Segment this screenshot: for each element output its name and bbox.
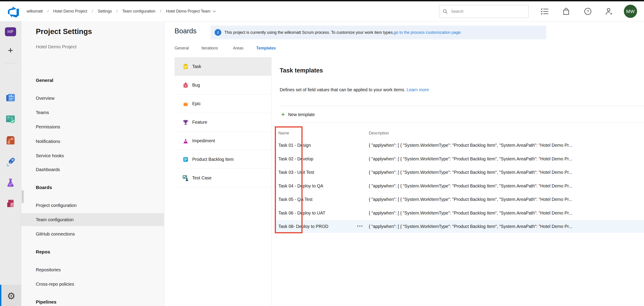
banner-text: This project is currently using the wilk… (224, 30, 394, 35)
template-row-description: { "applywhen": [ { "System.WorkItemType"… (369, 197, 642, 202)
sidebar-item-permissions[interactable]: Permissions (21, 120, 164, 133)
add-project-icon[interactable]: + (0, 46, 21, 55)
test-plans-nav-icon[interactable] (0, 178, 21, 188)
divider (280, 122, 644, 122)
product-rail: HP + (0, 21, 21, 306)
plus-icon: + (281, 111, 285, 118)
help-icon[interactable]: ? (584, 8, 592, 16)
work-item-type-impediment[interactable]: Impediment (174, 132, 271, 150)
row-context-menu-icon[interactable]: ••• (357, 224, 363, 228)
template-row-description: { "applywhen": [ { "System.WorkItemType"… (369, 210, 642, 216)
template-row-description: { "applywhen": [ { "System.WorkItemType"… (369, 224, 642, 229)
breadcrumb-settings[interactable]: Settings (98, 9, 112, 14)
work-item-type-task[interactable]: Task (174, 57, 271, 76)
section-general: General (36, 78, 53, 83)
gear-icon: ⚙ (7, 290, 16, 302)
new-template-button[interactable]: + New template (281, 110, 315, 119)
template-row-name[interactable]: Task 05 - QA Test (278, 197, 312, 202)
column-header-description[interactable]: Description (369, 131, 389, 136)
tab-general[interactable]: General (174, 46, 189, 50)
sidebar-item-overview[interactable]: Overview (21, 92, 164, 105)
pipelines-nav-icon[interactable] (0, 156, 21, 167)
sidebar-item-team-configuration[interactable]: Team configuration (21, 213, 164, 226)
overview-nav-icon[interactable] (0, 93, 21, 103)
sidebar-item-notifications[interactable]: Notifications (21, 135, 164, 148)
azure-devops-logo[interactable] (7, 6, 20, 18)
artifacts-nav-icon[interactable] (0, 199, 21, 209)
sidebar-scrollbar-thumb[interactable] (22, 190, 24, 203)
process-info-banner: i This project is currently using the wi… (210, 26, 546, 39)
template-row-name[interactable]: Task 03 - Unit Test (278, 170, 314, 175)
template-row-name[interactable]: Task 01 - Design (278, 143, 311, 148)
work-item-type-feature[interactable]: Feature (174, 113, 271, 132)
section-repos: Repos (36, 249, 50, 254)
sidebar-item-teams[interactable]: Teams (21, 106, 164, 119)
template-row-description: { "applywhen": [ { "System.WorkItemType"… (369, 143, 642, 148)
breadcrumb-separator: / (92, 9, 93, 14)
chevron-down-icon[interactable] (212, 9, 216, 14)
repos-nav-icon[interactable] (0, 135, 21, 146)
tab-areas[interactable]: Areas (233, 46, 244, 50)
breadcrumb-project[interactable]: Hotel Demo Project (53, 9, 87, 14)
sidebar-project-name: Hotel Demo Project (36, 44, 76, 50)
epic-crown-icon (182, 101, 189, 107)
search-icon (442, 9, 448, 14)
page-title: Boards (174, 27, 196, 35)
learn-more-link[interactable]: Learn more (406, 87, 429, 92)
settings-sidebar: Project Settings Hotel Demo Project Gene… (21, 21, 164, 306)
bug-icon (182, 82, 189, 88)
templates-title: Task templates (280, 67, 323, 74)
sidebar-item-project-configuration[interactable]: Project configuration (21, 199, 164, 212)
feature-trophy-icon (182, 119, 189, 125)
tab-iterations[interactable]: Iterations (202, 46, 218, 50)
product-backlog-item-icon (182, 156, 189, 162)
breadcrumb-separator: / (160, 9, 161, 14)
search-box[interactable] (439, 5, 528, 18)
sidebar-item-cross-repo-policies[interactable]: Cross-repo policies (21, 278, 164, 290)
template-row-description: { "applywhen": [ { "System.WorkItemType"… (369, 170, 642, 175)
sidebar-item-github-connections[interactable]: GitHub connections (21, 228, 164, 240)
breadcrumb-team-configuration[interactable]: Team configuration (122, 9, 156, 14)
template-row-name[interactable]: Task 02 - Develop (278, 156, 313, 162)
panel-divider (271, 57, 272, 306)
template-row-description: { "applywhen": [ { "System.WorkItemType"… (369, 156, 642, 162)
impediment-cone-icon (182, 138, 189, 144)
test-case-icon (182, 175, 189, 181)
task-icon (182, 64, 189, 70)
annotation-red-box (275, 126, 302, 233)
divider (280, 106, 644, 106)
template-row-name[interactable]: Task 06 - Deploy to UAT (278, 210, 325, 216)
section-boards: Boards (36, 185, 52, 190)
column-header-name[interactable]: Name (278, 131, 289, 136)
sidebar-item-repositories[interactable]: Repositories (21, 263, 164, 276)
svg-text:?: ? (587, 9, 589, 14)
breadcrumb-org[interactable]: wilksmatt (27, 9, 43, 14)
sidebar-item-dashboards[interactable]: Dashboards (21, 163, 164, 176)
template-row-name[interactable]: Task 04 - Deploy to QA (278, 184, 323, 188)
work-item-type-list: Task Bug (174, 57, 271, 187)
work-item-type-product-backlog-item[interactable]: Product Backlog Item (174, 150, 271, 169)
info-icon: i (214, 29, 221, 36)
avatar[interactable]: MW (624, 5, 637, 18)
work-items-list-icon[interactable] (540, 8, 549, 16)
process-customization-link[interactable]: go to the process customization page. (394, 30, 462, 35)
azure-devops-project-settings: wilksmatt / Hotel Demo Project / Setting… (0, 0, 644, 306)
marketplace-bag-icon[interactable] (562, 8, 570, 16)
breadcrumb: wilksmatt / Hotel Demo Project / Setting… (27, 1, 216, 21)
section-pipelines: Pipelines (36, 299, 56, 305)
tab-templates[interactable]: Templates (256, 46, 276, 50)
project-avatar-badge[interactable]: HP (5, 27, 16, 36)
work-item-type-test-case[interactable]: Test Case (174, 169, 271, 187)
work-item-type-epic[interactable]: Epic (174, 94, 271, 113)
work-item-type-bug[interactable]: Bug (174, 76, 271, 94)
sidebar-title: Project Settings (36, 27, 92, 36)
boards-nav-icon[interactable] (0, 114, 21, 124)
project-settings-nav[interactable]: ⚙ (0, 285, 21, 306)
templates-description: Defines set of field values that can be … (280, 87, 429, 92)
template-row-name[interactable]: Task 08- Deploy to PROD (278, 224, 328, 229)
user-settings-icon[interactable] (605, 8, 613, 16)
breadcrumb-separator: / (116, 9, 118, 14)
sidebar-item-service-hooks[interactable]: Service hooks (21, 149, 164, 162)
breadcrumb-team-picker[interactable]: Hotel Demo Project Team (166, 9, 210, 14)
search-input[interactable] (451, 9, 526, 14)
